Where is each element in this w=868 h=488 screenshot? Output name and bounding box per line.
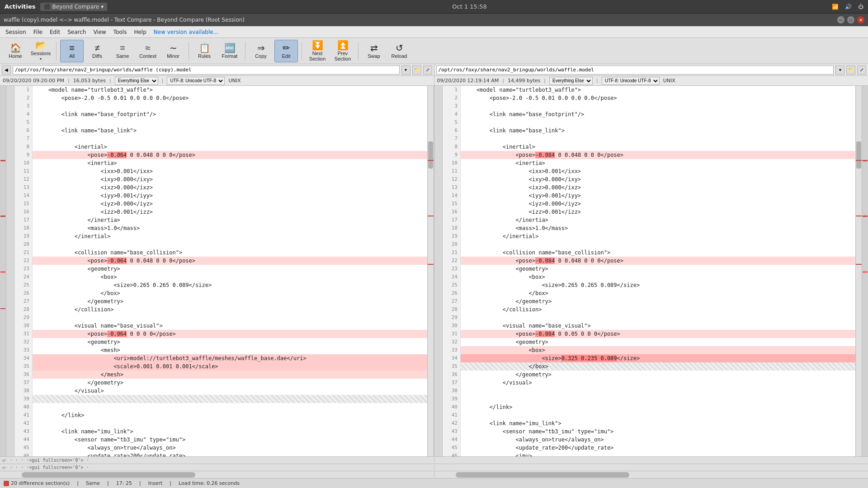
line-text: <pose>-2.0 -0.5 0.01 0.0 0.0 0.0</pose> <box>461 94 855 102</box>
right-hscrollbar[interactable] <box>434 471 868 478</box>
line-number: 6 <box>14 127 33 135</box>
line-number: 19 <box>14 232 33 240</box>
line-number: 14 <box>14 192 33 200</box>
code-line: 26 </box> <box>443 289 855 297</box>
code-line: 30 <visual name="base_visual"> <box>14 322 427 330</box>
left-size: 16,053 bytes <box>73 78 106 84</box>
left-path-input[interactable] <box>13 66 400 75</box>
same-button[interactable]: = Same <box>111 40 134 62</box>
right-browse-button[interactable]: 📁 <box>846 66 855 75</box>
menu-edit[interactable]: Edit <box>46 28 64 36</box>
sessions-button[interactable]: 📂 Sessions ▾ <box>29 40 52 62</box>
right-path-dropdown[interactable]: ▾ <box>835 66 844 75</box>
maximize-button[interactable]: □ <box>847 16 854 23</box>
line-number: 23 <box>443 265 461 273</box>
line-number: 31 <box>443 330 461 338</box>
code-line: 2 <pose>-2.0 -0.5 0.01 0.0 0.0 0.0</pose… <box>14 94 427 102</box>
close-button[interactable]: ✕ <box>857 16 864 23</box>
copy-button[interactable]: ⇒ Copy <box>249 40 273 62</box>
prev-section-button[interactable]: ⏫ Prev Section <box>331 40 354 62</box>
app-name-label: Beyond Compare <box>52 4 99 10</box>
code-line: 40 <box>14 403 427 411</box>
line-number: 13 <box>14 183 33 192</box>
next-section-button[interactable]: ⏬ Next Section <box>306 40 329 62</box>
app-indicator[interactable]: ⬛ Beyond Compare ▾ <box>40 3 108 11</box>
all-button[interactable]: ≡ All <box>60 40 84 62</box>
rules-button[interactable]: 📋 Rules <box>193 40 216 62</box>
right-path-action[interactable]: ⤢ <box>857 66 866 75</box>
left-hscroll-thumb[interactable] <box>22 472 195 478</box>
chevron-down-icon: ▾ <box>101 4 104 10</box>
code-line: 33 <box> <box>443 346 855 354</box>
line-number: 6 <box>443 127 461 135</box>
line-text: <visual name="base_visual"> <box>33 322 427 330</box>
left-code-area[interactable]: 1 <model name="turtlebot3_waffle">2 <pos… <box>14 86 427 456</box>
line-text: <inertia> <box>33 159 427 167</box>
left-indicators-spacer <box>6 86 14 456</box>
left-vscrollbar[interactable] <box>427 86 434 456</box>
new-version-link[interactable]: New version available... <box>150 28 222 36</box>
left-filter-select[interactable]: Everything Else <box>115 77 158 85</box>
line-number: 46 <box>443 452 461 456</box>
power-icon: ⏻ <box>858 4 863 10</box>
left-scrollbar-thumb[interactable] <box>428 141 433 169</box>
line-number: 41 <box>14 411 33 419</box>
line-text: <inertial> <box>461 143 855 151</box>
right-code-area[interactable]: 1 <model name="turtlebot3_waffle">2 <pos… <box>443 86 855 456</box>
diff-count-label: 20 difference section(s) <box>11 480 70 486</box>
left-encoding-select[interactable]: UTF-8: Unicode UTF-8 <box>167 77 225 85</box>
reload-button[interactable]: ↺ Reload <box>387 40 411 62</box>
code-line: 7 <box>14 135 427 143</box>
right-scrollbar-thumb[interactable] <box>856 141 861 169</box>
diffs-button[interactable]: ≠ Diffs <box>85 40 109 62</box>
context-button[interactable]: ≈ Context <box>136 40 160 62</box>
line-text <box>461 314 855 322</box>
line-text: <ixx>0.001</ixx> <box>461 167 855 175</box>
line-text: </visual> <box>33 387 427 395</box>
line-text <box>33 240 427 249</box>
copy-label: Copy <box>255 53 267 59</box>
next-section-label: Next Section <box>306 51 329 61</box>
menu-help[interactable]: Help <box>130 28 150 36</box>
minor-button[interactable]: ∼ Minor <box>161 40 185 62</box>
line-text: <size>0.325 0.235 0.089</size> <box>461 354 855 362</box>
right-filter-select[interactable]: Everything Else <box>549 77 593 85</box>
menu-view[interactable]: View <box>90 28 109 36</box>
right-path-input[interactable] <box>436 66 834 75</box>
line-text: <pose>-0.064 0 0 0 0</pose> <box>33 330 427 338</box>
right-hscroll-thumb[interactable] <box>456 472 629 478</box>
right-line-ending: UNIX <box>663 78 675 84</box>
menu-session[interactable]: Session <box>2 28 30 36</box>
right-vscrollbar[interactable] <box>855 86 862 456</box>
left-path-action[interactable]: ⤢ <box>423 66 432 75</box>
swap-button[interactable]: ⇄ Swap <box>362 40 386 62</box>
left-browse-button[interactable]: 📁 <box>412 66 421 75</box>
line-number: 9 <box>443 151 461 159</box>
activities-label[interactable]: Activities <box>5 3 36 10</box>
left-nav-content-1: ◁· · · · ·<gui_fullscreen='0'> · <box>0 458 434 463</box>
line-text: <mesh> <box>33 346 427 354</box>
left-hscrollbar[interactable] <box>0 471 434 478</box>
home-button[interactable]: 🏠 Home <box>4 40 27 62</box>
minimize-button[interactable]: ─ <box>837 16 844 23</box>
left-back-button[interactable]: ◀ <box>2 66 11 75</box>
format-button[interactable]: 🔤 Format <box>218 40 241 62</box>
line-number: 12 <box>14 175 33 183</box>
format-label: Format <box>222 53 238 59</box>
menu-search[interactable]: Search <box>64 28 90 36</box>
line-text: </geometry> <box>461 371 855 379</box>
line-number: 11 <box>14 167 33 175</box>
code-line: 5 <box>14 118 427 127</box>
line-number: 36 <box>14 371 33 379</box>
app-icon: ⬛ <box>44 4 51 10</box>
system-tray: 📶 🔊 ⏻ <box>832 4 863 10</box>
left-path-dropdown[interactable]: ▾ <box>401 66 410 75</box>
line-number: 33 <box>14 346 33 354</box>
edit-button[interactable]: ✏ Edit <box>274 40 298 62</box>
code-line: 21 <collision name="base_collision"> <box>14 249 427 257</box>
menu-tools[interactable]: Tools <box>110 28 131 36</box>
menu-file[interactable]: File <box>30 28 46 36</box>
right-encoding-select[interactable]: UTF-8: Unicode UTF-8 <box>602 77 660 85</box>
prev-section-label: Prev Section <box>331 51 354 61</box>
left-info-section: 09/20/2020 09:20:00 PM | 16,053 bytes | … <box>0 76 434 85</box>
